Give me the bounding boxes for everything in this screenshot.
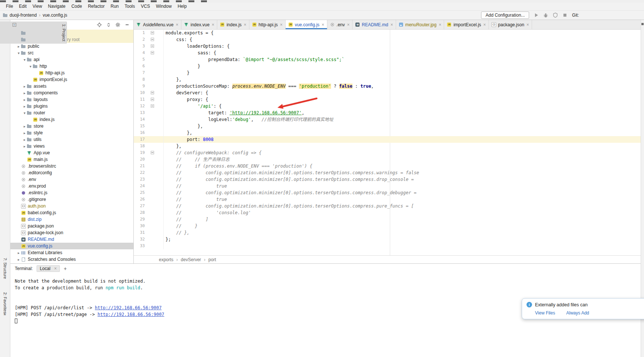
new-terminal-button[interactable]: + — [64, 266, 67, 272]
close-icon[interactable]: × — [54, 266, 57, 271]
chevron-closed-icon[interactable]: ▸ — [16, 44, 21, 48]
notification-action-view-files[interactable]: View Files — [535, 310, 555, 316]
tree-item[interactable]: ▾api — [10, 56, 133, 63]
code-line[interactable]: 29 // ] — [134, 216, 644, 223]
chevron-closed-icon[interactable]: ▸ — [16, 257, 21, 262]
breadcrumb-exports[interactable]: exports — [159, 257, 173, 262]
code-line[interactable]: 22 // config.optimization.minimizer[0].o… — [134, 169, 644, 176]
stop-icon[interactable] — [562, 13, 568, 18]
coverage-icon[interactable] — [553, 13, 558, 18]
code-editor[interactable]: 1module.exports = {2 css: {3 loaderOptio… — [134, 30, 644, 255]
menu-edit[interactable]: Edit — [16, 3, 30, 10]
close-icon[interactable]: × — [483, 22, 486, 27]
tree-item[interactable]: .gitignore — [10, 196, 133, 203]
editor-tab[interactable]: http-api.js× — [249, 20, 286, 29]
run-icon[interactable] — [534, 13, 539, 18]
close-icon[interactable]: × — [391, 22, 393, 27]
editor-tab[interactable]: AsideMenu.vue× — [134, 20, 181, 29]
editor-tab[interactable]: vue.config.js× — [286, 20, 327, 29]
menu-navigate[interactable]: Navigate — [45, 3, 68, 10]
favorites-star-icon[interactable]: ★ — [3, 312, 7, 317]
breadcrumb-devServer[interactable]: devServer — [181, 257, 201, 262]
fold-icon[interactable] — [151, 51, 154, 54]
tree-item[interactable]: .browserslistrc — [10, 163, 133, 169]
code-line[interactable]: 15 }, — [134, 123, 644, 129]
code-line[interactable]: 12 '/api': { — [134, 103, 644, 110]
editor-tab[interactable]: index.vue× — [181, 20, 217, 29]
code-line[interactable]: 33 — [134, 243, 644, 249]
tree-item[interactable]: main.js — [10, 156, 133, 163]
fold-icon[interactable] — [151, 151, 154, 154]
editor-tab[interactable]: menuRouter.jpg× — [396, 20, 444, 29]
chevron-closed-icon[interactable]: ▸ — [22, 131, 27, 135]
chevron-open-icon[interactable]: ▾ — [16, 51, 21, 55]
tree-item[interactable]: ▸Scratches and Consoles — [10, 256, 133, 263]
code-line[interactable]: 7 } — [134, 70, 644, 76]
code-line[interactable]: 27 // config.optimization.minimizer[0].o… — [134, 203, 644, 209]
tree-item[interactable]: ▾router — [10, 110, 133, 116]
code-line[interactable]: 13 target: 'http://192.168.66.56:9007', — [134, 110, 644, 116]
chevron-open-icon[interactable]: ▾ — [22, 58, 27, 62]
code-line[interactable]: 21 // if (process.env.NODE_ENV === 'prod… — [134, 163, 644, 169]
chevron-closed-icon[interactable]: ▸ — [22, 91, 27, 95]
menu-window[interactable]: Window — [153, 3, 175, 10]
git-label[interactable]: Git: — [572, 13, 579, 18]
code-line[interactable]: 9 productionSourceMap: process.env.NODE_… — [134, 83, 644, 90]
tree-item[interactable]: ▸External Libraries — [10, 249, 133, 256]
code-line[interactable]: 6 } — [134, 63, 644, 70]
tree-item[interactable]: babel.config.js — [10, 209, 133, 216]
notification-action-always-add[interactable]: Always Add — [566, 310, 589, 316]
code-line[interactable]: 11 proxy: { — [134, 96, 644, 103]
code-line[interactable]: 4 sass: { — [134, 50, 644, 56]
code-line[interactable]: 10 devServer: { — [134, 90, 644, 96]
code-line[interactable]: 25 // config.optimization.minimizer[0].o… — [134, 189, 644, 196]
tree-item[interactable]: .eslintrc.js — [10, 189, 133, 196]
menu-run[interactable]: Run — [108, 3, 122, 10]
tree-item[interactable]: .editorconfig — [10, 169, 133, 176]
code-line[interactable]: 23 // config.optimization.minimizer[0].o… — [134, 176, 644, 183]
tree-item[interactable]: ▸assets — [10, 83, 133, 90]
tree-item[interactable]: App.vue — [10, 149, 133, 156]
code-line[interactable]: 26 // true — [134, 196, 644, 203]
fold-icon[interactable] — [151, 44, 154, 48]
tree-item[interactable]: ▸layouts — [10, 96, 133, 103]
tree-item[interactable]: ▾src — [10, 50, 133, 56]
tree-item[interactable]: .env — [10, 176, 133, 183]
code-line[interactable]: 16 }, — [134, 129, 644, 136]
tool-window-icon[interactable] — [641, 23, 644, 25]
editor-tab[interactable]: index.js× — [217, 20, 249, 29]
tree-item[interactable]: auth.json — [10, 203, 133, 209]
tree-item[interactable]: ▾http — [10, 63, 133, 70]
tree-item[interactable]: index.js — [10, 116, 133, 123]
code-line[interactable]: 31 // }, — [134, 229, 644, 236]
hide-panel-icon[interactable] — [125, 22, 130, 27]
menu-view[interactable]: View — [30, 3, 45, 10]
breadcrumb-project[interactable]: duoji-frontend — [10, 13, 37, 18]
menu-tools[interactable]: Tools — [122, 3, 138, 10]
settings-gear-icon[interactable] — [115, 22, 120, 27]
close-icon[interactable]: × — [527, 22, 529, 27]
code-line[interactable]: 1module.exports = { — [134, 30, 644, 36]
code-line[interactable]: 2 css: { — [134, 36, 644, 43]
locate-file-icon[interactable] — [97, 22, 102, 27]
tree-item[interactable]: ▸public — [10, 43, 133, 50]
fold-icon[interactable] — [151, 31, 154, 34]
tree-item[interactable]: package.json — [10, 223, 133, 229]
code-line[interactable]: 30 // } — [134, 223, 644, 229]
breadcrumb-file[interactable]: vue.config.js — [42, 13, 67, 18]
close-icon[interactable]: × — [244, 22, 246, 27]
chevron-closed-icon[interactable]: ▸ — [16, 251, 21, 255]
tool-button-structure[interactable]: 7: Structure — [3, 258, 7, 279]
close-icon[interactable]: × — [322, 22, 324, 27]
chevron-closed-icon[interactable]: ▸ — [22, 138, 27, 142]
code-line[interactable]: 17 port: 8008 — [134, 136, 644, 143]
tree-item[interactable]: importExcel.js — [10, 76, 133, 83]
chevron-closed-icon[interactable]: ▸ — [22, 124, 27, 128]
close-icon[interactable]: × — [439, 22, 441, 27]
tree-item[interactable]: ▸utils — [10, 136, 133, 143]
chevron-open-icon[interactable]: ▾ — [22, 111, 27, 115]
fold-icon[interactable] — [151, 91, 154, 94]
fold-icon[interactable] — [151, 104, 154, 108]
terminal-tab-local[interactable]: Local × — [37, 265, 60, 272]
menu-vcs[interactable]: VCS — [138, 3, 153, 10]
